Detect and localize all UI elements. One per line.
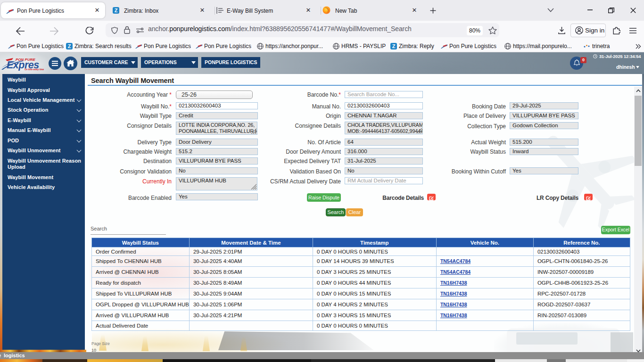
svg-text:On time every time: On time every time xyxy=(25,68,44,71)
